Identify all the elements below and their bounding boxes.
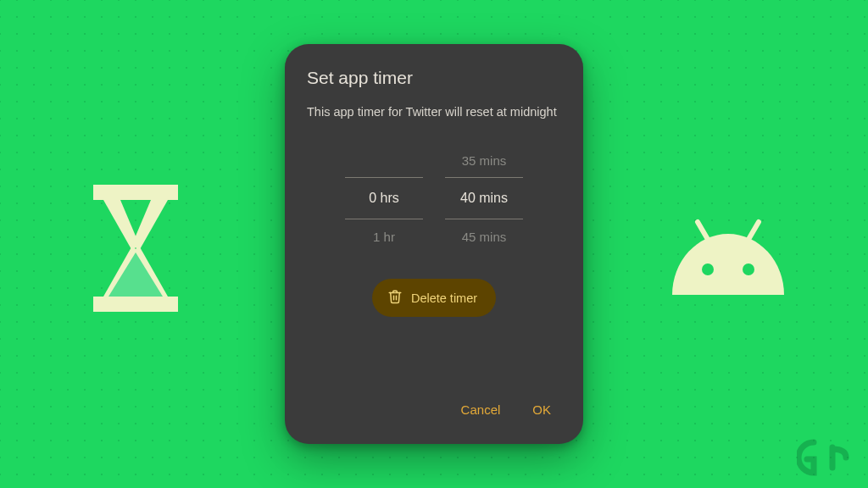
app-timer-dialog: Set app timer This app timer for Twitter… [285, 44, 583, 444]
delete-timer-label: Delete timer [411, 291, 477, 305]
delete-timer-button[interactable]: Delete timer [372, 279, 496, 317]
watermark-logo [797, 439, 856, 480]
hours-next: 1 hr [373, 219, 395, 253]
svg-marker-3 [132, 200, 168, 251]
minutes-next: 45 mins [462, 219, 507, 253]
hourglass-icon [85, 185, 186, 312]
minutes-picker[interactable]: 35 mins 40 mins 45 mins [445, 143, 523, 253]
minutes-selected: 40 mins [445, 177, 523, 219]
cancel-button[interactable]: Cancel [458, 397, 504, 422]
svg-rect-1 [93, 297, 178, 312]
svg-point-10 [743, 263, 754, 275]
dialog-actions: Cancel OK [307, 397, 561, 425]
hours-selected: 0 hrs [345, 177, 423, 219]
dialog-subtitle: This app timer for Twitter will reset at… [307, 103, 561, 121]
dialog-title: Set app timer [307, 68, 561, 88]
svg-point-9 [702, 263, 714, 275]
ok-button[interactable]: OK [529, 397, 554, 422]
trash-icon [387, 289, 403, 307]
time-picker: 0 hrs 1 hr 35 mins 40 mins 45 mins [307, 143, 561, 253]
hours-picker[interactable]: 0 hrs 1 hr [345, 143, 423, 253]
minutes-prev: 35 mins [462, 143, 507, 177]
android-icon [669, 219, 787, 295]
svg-rect-0 [93, 185, 178, 200]
